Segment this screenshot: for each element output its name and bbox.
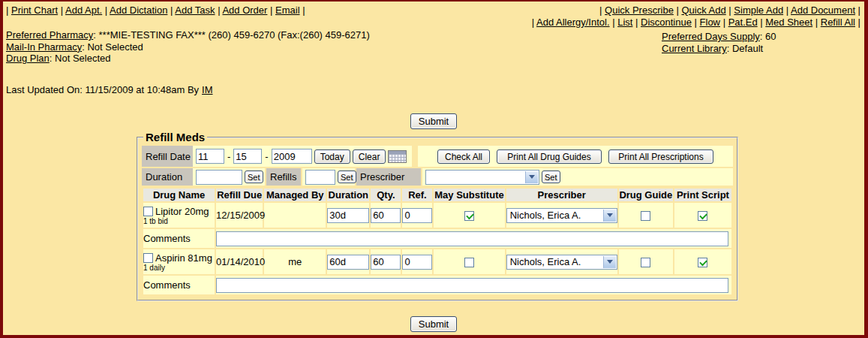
drug-sig: 1 tb bid: [143, 217, 215, 225]
chevron-down-icon: [525, 171, 538, 183]
submit-button-bottom[interactable]: Submit: [410, 316, 457, 332]
drug-name-cell: Lipitor 20mg 1 tb bid: [143, 203, 215, 228]
bulk-prescriber-cell: Set: [422, 168, 733, 186]
nav-link-quick-add[interactable]: Quick Add: [681, 5, 725, 16]
col-duration: Duration: [327, 189, 369, 201]
comments-input[interactable]: [216, 231, 728, 246]
last-updated-by-link[interactable]: IM: [202, 84, 212, 95]
drug-plan-line: Drug Plan: Not Selected: [6, 53, 370, 65]
duration-input[interactable]: [327, 255, 369, 270]
nav-link-print-chart[interactable]: Print Chart: [11, 5, 58, 16]
qty-input[interactable]: [371, 255, 401, 270]
bulk-refills-input[interactable]: [305, 170, 335, 185]
drug-row: Aspirin 81mg 1 daily 01/14/2010 me Nicho…: [143, 249, 731, 274]
mail-in-pharmacy-line: Mail-In Pharmacy: Not Selected: [6, 41, 370, 53]
duration-input[interactable]: [327, 208, 369, 223]
nav-link-refill-all[interactable]: Refill All: [821, 17, 855, 28]
refill-due-value: 12/15/2009: [216, 203, 263, 228]
col-print-script: Print Script: [674, 189, 731, 201]
may-substitute-checkbox[interactable]: [464, 258, 474, 267]
nav-link-list[interactable]: List: [617, 17, 632, 28]
refill-meds-fieldset: Refill Meds Refill Date - - Today Clear …: [137, 131, 738, 301]
drug-guide-checkbox[interactable]: [641, 258, 650, 267]
nav-link-add-allergy-intol[interactable]: Add Allergy/Intol.: [536, 17, 610, 28]
nav-link-discontinue[interactable]: Discontinue: [641, 17, 692, 28]
drug-guide-checkbox[interactable]: [641, 211, 650, 221]
separator: |: [692, 17, 700, 28]
drug-plan-value: Not Selected: [55, 53, 110, 64]
preferred-days-supply-line: Preferred Days Supply: 60: [662, 31, 776, 43]
chevron-down-icon: [603, 210, 616, 222]
set-refills-button[interactable]: Set: [338, 171, 356, 183]
nav-link-email[interactable]: Email: [275, 5, 300, 16]
nav-link-pat-ed[interactable]: Pat.Ed: [728, 17, 758, 28]
refill-date-label: Refill Date: [142, 146, 193, 167]
comments-input[interactable]: [216, 278, 728, 293]
separator: |: [267, 5, 275, 16]
select-drug-checkbox[interactable]: [143, 207, 153, 216]
bulk-duration-input[interactable]: [196, 170, 242, 185]
nav-link-add-task[interactable]: Add Task: [175, 5, 215, 16]
drug-name-cell: Aspirin 81mg 1 daily: [143, 249, 215, 274]
set-prescriber-button[interactable]: Set: [542, 171, 560, 183]
separator: |: [58, 5, 65, 16]
bulk-duration-label: Duration: [142, 168, 193, 186]
select-drug-checkbox[interactable]: [143, 253, 153, 263]
preferred-pharmacy-value: ***MIE-TESTING FAX*** (260) 459-6270 (Fa…: [99, 29, 370, 41]
refill-day-input[interactable]: [233, 149, 262, 164]
set-duration-button[interactable]: Set: [245, 171, 263, 183]
col-drug-name: Drug Name: [143, 189, 215, 201]
clear-button[interactable]: Clear: [353, 149, 386, 164]
submit-button-top[interactable]: Submit: [410, 113, 457, 129]
comments-row: Comments: [143, 276, 731, 294]
ref-input[interactable]: [402, 208, 432, 223]
bulk-prescriber-select[interactable]: [425, 170, 539, 185]
separator: |: [215, 5, 223, 16]
refill-month-input[interactable]: [196, 149, 224, 164]
prescriber-select[interactable]: Nichols, Erica A.: [506, 208, 617, 223]
mail-in-pharmacy-value: Not Selected: [87, 41, 143, 53]
top-nav-left: | Print Chart | Add Apt. | Add Dictation…: [6, 5, 305, 16]
check-all-button[interactable]: Check All: [437, 149, 490, 164]
separator: |: [855, 17, 860, 28]
mail-in-pharmacy-link[interactable]: Mail-In Pharmacy: [6, 41, 82, 53]
print-all-drug-guides-button[interactable]: Print All Drug Guides: [497, 149, 602, 164]
current-library-link[interactable]: Current Library: [662, 43, 727, 54]
ref-input[interactable]: [402, 255, 432, 270]
separator: |: [726, 5, 734, 16]
nav-link-quick-prescribe[interactable]: Quick Prescribe: [605, 5, 674, 16]
col-drug-guide: Drug Guide: [619, 189, 673, 201]
nav-link-add-apt[interactable]: Add Apt.: [65, 5, 102, 16]
preferred-pharmacy-link[interactable]: Preferred Pharmacy: [6, 29, 93, 41]
nav-link-add-document[interactable]: Add Document: [791, 5, 855, 16]
separator: |: [674, 5, 682, 16]
may-substitute-checkbox[interactable]: [464, 211, 474, 221]
col-ref: Ref.: [402, 189, 432, 201]
prescriber-select[interactable]: Nichols, Erica A.: [506, 255, 617, 270]
drug-name: Aspirin 81mg: [155, 252, 212, 264]
last-updated-line: Last Updated On: 11/15/2009 at 10:48am B…: [6, 84, 213, 95]
print-script-checkbox[interactable]: [698, 258, 707, 267]
nav-link-flow[interactable]: Flow: [700, 17, 720, 28]
refill-meds-legend: Refill Meds: [143, 131, 207, 143]
preferred-days-supply-link[interactable]: Preferred Days Supply: [662, 31, 760, 42]
submit-bottom-wrap: Submit: [3, 316, 864, 332]
nav-link-add-dictation[interactable]: Add Dictation: [110, 5, 167, 16]
nav-link-add-order[interactable]: Add Order: [222, 5, 267, 16]
separator: |: [758, 17, 766, 28]
date-separator: -: [265, 151, 268, 162]
print-script-checkbox[interactable]: [698, 211, 707, 221]
label-separator: :: [50, 53, 55, 64]
nav-link-simple-add[interactable]: Simple Add: [734, 5, 783, 16]
separator: |: [167, 5, 175, 16]
calendar-icon[interactable]: [388, 150, 407, 163]
separator: |: [812, 17, 821, 28]
today-button[interactable]: Today: [314, 149, 350, 164]
print-all-prescriptions-button[interactable]: Print All Prescriptions: [608, 149, 713, 164]
drug-plan-link[interactable]: Drug Plan: [6, 53, 50, 64]
qty-input[interactable]: [371, 208, 401, 223]
refill-year-input[interactable]: [272, 149, 312, 164]
nav-link-med-sheet[interactable]: Med Sheet: [765, 17, 812, 28]
bulk-refills-cell: Set: [302, 168, 355, 186]
date-separator: -: [227, 151, 230, 162]
